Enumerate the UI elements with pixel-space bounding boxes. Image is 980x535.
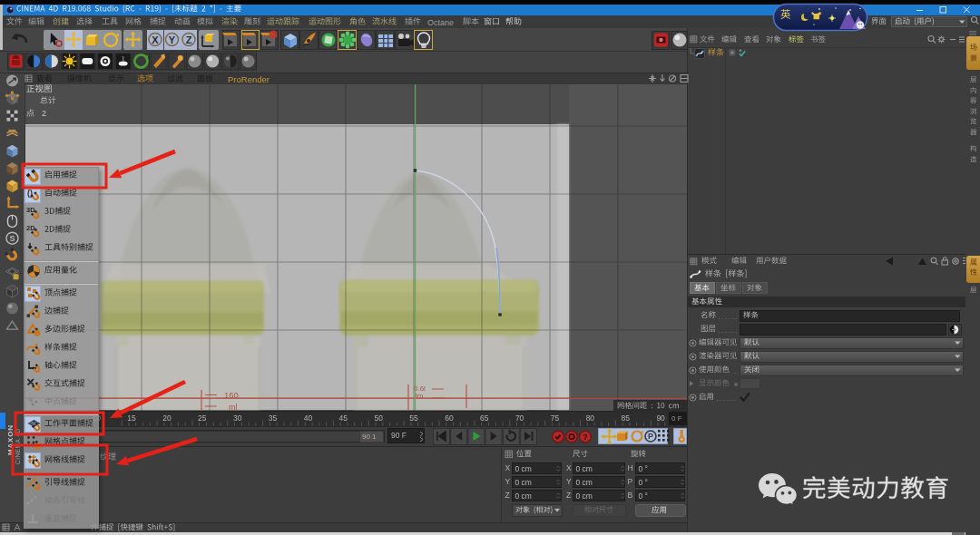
svg-text:P: P (648, 432, 653, 441)
svg-text:3D: 3D (26, 206, 35, 214)
svg-text:Y: Y (169, 34, 176, 45)
svg-text:S: S (9, 234, 15, 243)
svg-text:160: 160 (224, 390, 239, 400)
svg-text:lm: lm (416, 392, 424, 400)
svg-text:?: ? (583, 433, 588, 442)
svg-text:ml: ml (229, 403, 238, 411)
svg-text:X: X (152, 34, 159, 45)
svg-text:Z: Z (186, 34, 192, 45)
svg-text:2D: 2D (26, 224, 35, 232)
